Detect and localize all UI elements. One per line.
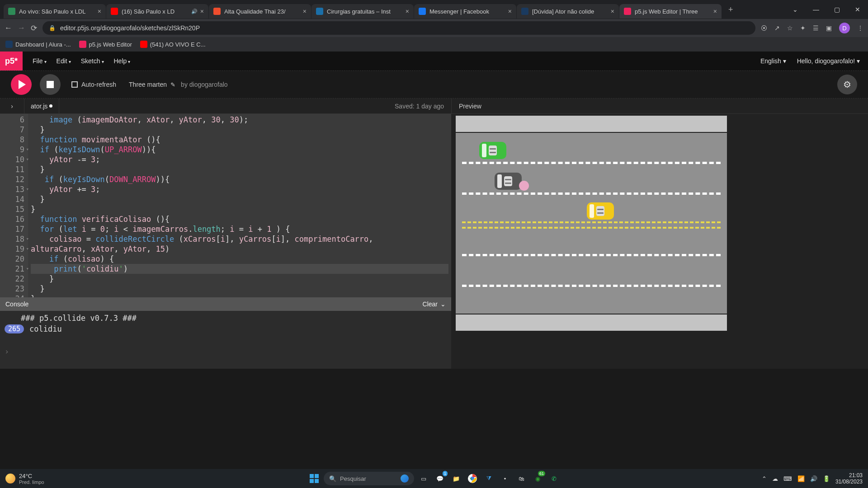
play-button[interactable] <box>11 74 32 95</box>
minimize-icon[interactable]: — <box>806 0 826 19</box>
user-menu[interactable]: Hello, diogogarofalo! ▾ <box>797 57 860 65</box>
star-icon[interactable]: ☆ <box>787 24 793 32</box>
url-text: editor.p5js.org/diogogarofalo/sketches/z… <box>60 24 200 32</box>
close-icon[interactable]: × <box>303 8 307 15</box>
bookmark-label: (541) AO VIVO E C... <box>150 41 206 48</box>
maximize-icon[interactable]: ▢ <box>826 0 847 19</box>
app-icon[interactable]: • <box>498 472 512 485</box>
taskbar-search[interactable]: 🔍 Pesquisar <box>324 472 414 485</box>
chevron-down-icon: ⌄ <box>440 300 446 308</box>
edit-icon[interactable]: ✎ <box>170 81 175 88</box>
wifi-icon[interactable]: 📶 <box>797 475 805 482</box>
favicon <box>624 8 631 15</box>
bookmark-item[interactable]: Dashboard | Alura -... <box>5 41 71 48</box>
close-icon[interactable]: × <box>406 8 409 15</box>
browser-tab-active[interactable]: p5.js Web Editor | Three × <box>619 4 722 19</box>
stop-button[interactable] <box>40 74 61 95</box>
close-window-icon[interactable]: ✕ <box>847 0 868 19</box>
clock[interactable]: 21:03 31/08/2023 <box>835 472 863 485</box>
code-content[interactable]: image (imagemDoAtor, xAtor, yAtor, 30, 3… <box>28 114 451 297</box>
browser-tab[interactable]: (16) São Paulo x LD 🔊 × <box>106 4 208 19</box>
onedrive-icon[interactable]: ☁ <box>772 475 778 482</box>
close-icon[interactable]: × <box>200 8 204 15</box>
browser-tab[interactable]: Ao vivo: São Paulo x LDL × <box>4 4 106 19</box>
lane-divider <box>462 254 721 256</box>
volume-icon[interactable]: 🔊 <box>810 475 817 482</box>
file-tab-row: › ator.js Saved: 1 day ago Preview <box>0 99 868 114</box>
code-area[interactable]: 6789101112131415161718192021222324252627… <box>0 114 451 297</box>
language-selector[interactable]: English ▾ <box>760 57 786 65</box>
task-view-icon[interactable]: ▭ <box>417 472 430 485</box>
bookmark-item[interactable]: p5.js Web Editor <box>79 41 132 48</box>
svg-rect-0 <box>310 474 314 478</box>
close-icon[interactable]: × <box>611 8 614 15</box>
browser-tab[interactable]: Cirurgias gratuitas – Inst × <box>311 4 414 19</box>
tab-label: Cirurgias gratuitas – Inst <box>327 8 403 15</box>
p5-logo[interactable]: p5* <box>0 52 23 70</box>
preview-label: Preview <box>451 99 868 114</box>
auto-refresh-toggle[interactable]: Auto-refresh <box>71 81 116 88</box>
reading-list-icon[interactable]: ☰ <box>813 24 819 32</box>
xbox-icon[interactable]: ◉61 <box>531 472 544 485</box>
favicon <box>213 8 221 15</box>
profile-avatar[interactable]: D <box>839 23 850 33</box>
start-button[interactable] <box>307 472 321 485</box>
browser-tab[interactable]: Alta Qualidade Thai 23/ × <box>209 4 311 19</box>
file-menu[interactable]: File▾ <box>33 57 47 65</box>
lock-icon: 🔒 <box>49 25 56 31</box>
taskbar-center: 🔍 Pesquisar ▭ 💬1 📁 ⧩ • 🛍 ◉61 ✆ <box>307 472 561 485</box>
extensions-icon[interactable]: ✦ <box>800 24 806 32</box>
sketch-name[interactable]: Three marten ✎ <box>129 81 175 88</box>
vscode-icon[interactable]: ⧩ <box>482 472 495 485</box>
p5-header: p5* File▾ Edit▾ Sketch▾ Help▾ English ▾ … <box>0 52 868 70</box>
console-body[interactable]: ### p5.collide v0.7.3 ### 265 colidiu › <box>0 311 451 369</box>
file-tab[interactable]: ator.js <box>24 99 59 114</box>
browser-tab[interactable]: Messenger | Facebook × <box>414 4 516 19</box>
copilot-icon[interactable]: 💬1 <box>433 472 447 485</box>
forward-icon[interactable]: → <box>18 23 25 33</box>
explorer-icon[interactable]: 📁 <box>449 472 463 485</box>
help-menu[interactable]: Help▾ <box>114 57 131 65</box>
tabs-chevron-icon[interactable]: ⌄ <box>785 0 806 19</box>
weather-widget[interactable]: 24°C Pred. limpo <box>5 473 44 485</box>
tab-label: [Dúvida] Ator não colide <box>532 8 608 15</box>
bookmark-favicon <box>5 41 13 48</box>
close-icon[interactable]: × <box>508 8 512 15</box>
line-gutter: 6789101112131415161718192021222324252627… <box>0 114 28 297</box>
console-text: colidiu <box>29 324 62 333</box>
edit-menu[interactable]: Edit▾ <box>57 57 71 65</box>
settings-button[interactable]: ⚙ <box>837 75 857 94</box>
console-clear-button[interactable]: Clear ⌄ <box>423 300 446 308</box>
sidebar-toggle[interactable]: › <box>0 99 24 114</box>
whatsapp-icon[interactable]: ✆ <box>547 472 561 485</box>
share-icon[interactable]: ↗ <box>774 24 780 32</box>
bookmarks-bar: Dashboard | Alura -... p5.js Web Editor … <box>0 37 868 52</box>
favicon <box>8 8 15 15</box>
tray-chevron-icon[interactable]: ⌃ <box>762 475 767 482</box>
browser-tab[interactable]: [Dúvida] Ator não colide × <box>517 4 619 19</box>
keyboard-icon[interactable]: ⌨ <box>783 475 792 482</box>
bookmark-item[interactable]: (541) AO VIVO E C... <box>140 41 206 48</box>
audio-icon[interactable]: 🔊 <box>191 9 198 14</box>
translate-icon[interactable]: ⦿ <box>761 24 767 32</box>
reload-icon[interactable]: ⟳ <box>31 23 37 33</box>
sketch-canvas[interactable] <box>456 115 727 332</box>
player-actor <box>519 181 529 191</box>
sidepanel-icon[interactable]: ▣ <box>826 24 832 32</box>
sketch-menu[interactable]: Sketch▾ <box>81 57 104 65</box>
new-tab-button[interactable]: + <box>722 5 740 14</box>
url-field[interactable]: 🔒 editor.p5js.org/diogogarofalo/sketches… <box>42 21 755 35</box>
store-icon[interactable]: 🛍 <box>514 472 528 485</box>
close-icon[interactable]: × <box>98 8 101 15</box>
weather-icon <box>5 474 15 483</box>
bookmark-favicon <box>140 41 147 48</box>
battery-icon[interactable]: 🔋 <box>823 475 830 482</box>
kebab-icon[interactable]: ⋮ <box>857 24 863 32</box>
taskbar-tray: ⌃ ☁ ⌨ 📶 🔊 🔋 21:03 31/08/2023 <box>762 472 863 485</box>
back-icon[interactable]: ← <box>5 23 12 33</box>
address-bar: ← → ⟳ 🔒 editor.p5js.org/diogogarofalo/sk… <box>0 19 868 37</box>
console-text: ### p5.collide v0.7.3 ### <box>21 314 137 323</box>
car-grey <box>495 173 522 190</box>
close-icon[interactable]: × <box>713 8 717 15</box>
chrome-icon[interactable] <box>466 472 479 485</box>
